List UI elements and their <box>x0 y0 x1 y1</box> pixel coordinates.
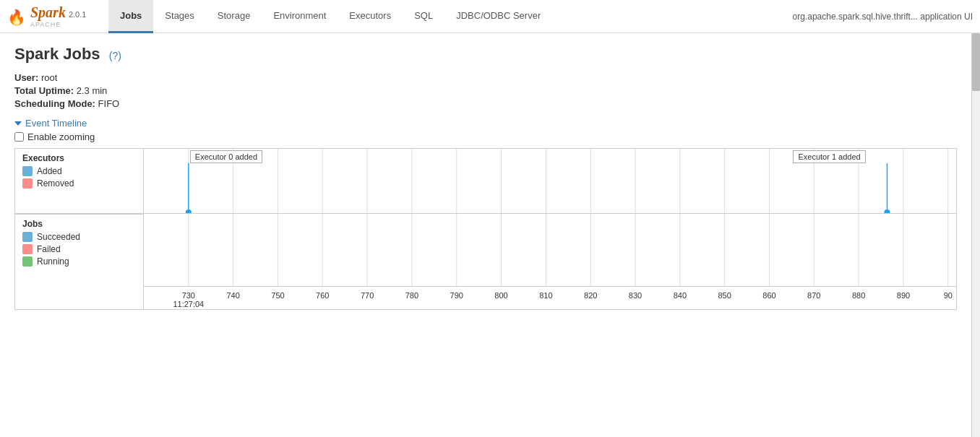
axis-870: 870 <box>807 291 820 300</box>
added-label: Added <box>37 166 62 176</box>
svg-point-20 <box>186 209 192 213</box>
axis-890: 890 <box>897 291 910 300</box>
brand-apache: APACHE <box>30 21 86 28</box>
scrollbar-thumb[interactable] <box>972 33 980 91</box>
executor1-tooltip: Executor 1 added <box>793 150 865 163</box>
timeline-chart: Executor 0 added Executor 1 added <box>144 149 956 309</box>
brand-version: 2.0.1 <box>69 10 86 19</box>
axis-790: 790 <box>450 291 463 300</box>
user-info: User: root <box>14 72 957 83</box>
scheduling-info: Scheduling Mode: FIFO <box>14 98 957 109</box>
axis-780: 780 <box>405 291 418 300</box>
event-timeline-toggle[interactable]: Event Timeline <box>14 118 957 129</box>
legend-running: Running <box>22 256 136 267</box>
enable-zoom-checkbox[interactable] <box>14 132 24 142</box>
added-color <box>22 166 33 176</box>
app-info: org.apache.spark.sql.hive.thrift... appl… <box>793 12 973 22</box>
axis-820: 820 <box>584 291 597 300</box>
tab-sql[interactable]: SQL <box>403 0 444 33</box>
spark-logo: 🔥 Spark 2.0.1 APACHE <box>7 4 86 28</box>
event-timeline-label: Event Timeline <box>25 118 87 129</box>
removed-color <box>22 178 33 189</box>
legend-failed: Failed <box>22 244 136 254</box>
legend-succeeded: Succeeded <box>22 232 136 242</box>
jobs-legend-section: Jobs Succeeded Failed Running <box>15 214 143 286</box>
executors-legend-section: Executors Added Removed <box>15 149 143 214</box>
brand: 🔥 Spark 2.0.1 APACHE <box>7 4 94 28</box>
tab-environment[interactable]: Environment <box>262 0 338 33</box>
axis-time: 11:27:04 <box>173 300 204 308</box>
svg-point-22 <box>884 209 890 213</box>
axis-800: 800 <box>494 291 507 300</box>
axis-760: 760 <box>316 291 329 300</box>
enable-zoom-row: Enable zooming <box>14 131 957 142</box>
succeeded-color <box>22 232 33 242</box>
chart-executors-area: Executor 0 added Executor 1 added <box>144 149 956 214</box>
page-title: Spark Jobs (?) <box>14 45 957 64</box>
axis-860: 860 <box>762 291 775 300</box>
axis-90: 90 <box>944 291 953 300</box>
axis-830: 830 <box>629 291 642 300</box>
legend-added: Added <box>22 166 136 176</box>
axis-850: 850 <box>718 291 731 300</box>
axis-770: 770 <box>361 291 374 300</box>
removed-label: Removed <box>37 178 74 189</box>
tab-jdbc[interactable]: JDBC/ODBC Server <box>444 0 552 33</box>
running-label: Running <box>37 256 69 267</box>
legend-removed: Removed <box>22 178 136 189</box>
uptime-info: Total Uptime: 2.3 min <box>14 85 957 96</box>
timeline-legend: Executors Added Removed Jobs Succeeded <box>15 149 144 309</box>
chart-jobs-area <box>144 214 956 286</box>
svg-text:🔥: 🔥 <box>7 8 26 27</box>
failed-color <box>22 244 33 254</box>
axis-730: 730 <box>182 291 195 300</box>
tab-storage[interactable]: Storage <box>206 0 262 33</box>
jobs-grid-svg <box>144 214 956 286</box>
timeline-container: Executors Added Removed Jobs Succeeded <box>14 148 957 310</box>
nav-tabs: Jobs Stages Storage Environment Executor… <box>108 0 793 33</box>
axis-880: 880 <box>852 291 865 300</box>
jobs-legend-title: Jobs <box>22 219 136 229</box>
tab-executors[interactable]: Executors <box>338 0 403 33</box>
enable-zoom-label: Enable zooming <box>27 131 95 142</box>
tab-jobs[interactable]: Jobs <box>108 0 153 33</box>
succeeded-label: Succeeded <box>37 232 80 242</box>
executors-legend-title: Executors <box>22 153 136 163</box>
failed-label: Failed <box>37 244 61 254</box>
axis-840: 840 <box>674 291 687 300</box>
chart-axis: 730 11:27:04 740 750 760 770 780 790 800… <box>144 286 956 309</box>
scrollbar[interactable] <box>971 33 980 437</box>
navbar: 🔥 Spark 2.0.1 APACHE Jobs Stages Storage… <box>0 0 980 33</box>
collapse-icon <box>14 121 22 126</box>
spark-flame-icon: 🔥 <box>7 7 27 27</box>
axis-740: 740 <box>226 291 239 300</box>
tab-stages[interactable]: Stages <box>153 0 205 33</box>
axis-750: 750 <box>271 291 284 300</box>
executor0-tooltip: Executor 0 added <box>190 150 262 163</box>
brand-name: Spark <box>30 4 66 21</box>
running-color <box>22 256 33 267</box>
help-link[interactable]: (?) <box>109 50 121 61</box>
axis-810: 810 <box>539 291 552 300</box>
